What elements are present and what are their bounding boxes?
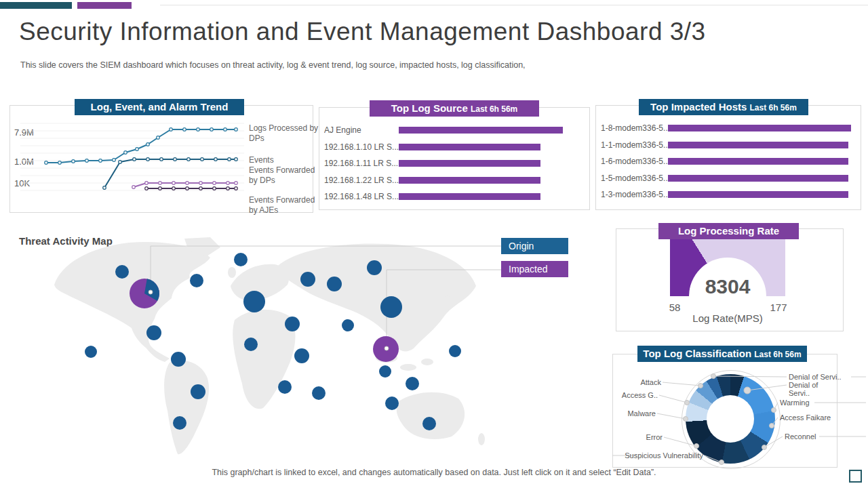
- impacted-label: Impacted: [509, 264, 548, 274]
- donut-slice-label: Attack: [526, 378, 661, 386]
- log-source-header: Top Log Source Last 6h 56m: [370, 100, 539, 117]
- classification-header: Top Log Classification Last 6h 56m: [637, 346, 807, 362]
- bar-label: 1-6-modem336-5...: [601, 157, 668, 166]
- accent-bar-purple: [77, 2, 132, 9]
- bar-fill: [668, 191, 848, 198]
- trend-line-chart[interactable]: [20, 120, 244, 198]
- bar-label: 1-8-modem336-5...: [601, 123, 668, 133]
- donut-slice-label: Reconnel: [785, 432, 866, 441]
- log-source-bars[interactable]: AJ Engine192.168.1.10 LR S...192.168.1.1…: [324, 122, 563, 205]
- donut-slice-label: Suspicious Vulnerability: [568, 451, 703, 460]
- donut-slice-label: Denial of Servi..: [789, 381, 868, 397]
- corner-placeholder-square: [849, 470, 862, 483]
- bar-track: [668, 125, 851, 131]
- map-legend-origin: Origin: [501, 238, 568, 254]
- threat-activity-map[interactable]: [7, 237, 522, 481]
- bar-track: [668, 191, 851, 198]
- bar-row: 192.168.1.10 LR S...: [324, 139, 563, 156]
- gauge-title: Log Processing Rate: [678, 225, 779, 237]
- bar-row: 1-6-modem336-5...: [601, 153, 851, 170]
- trend-legend-item: Events Forwarded by DPs: [249, 165, 321, 186]
- map-legend-impacted: Impacted: [501, 261, 568, 277]
- donut-slice-label: Access Faikare: [780, 413, 861, 422]
- bar-track: [668, 175, 851, 182]
- siem-dashboard-slide: Security Information and Event Managemen…: [0, 0, 868, 488]
- impacted-hosts-title: Top Impacted Hosts: [650, 101, 747, 113]
- donut-slice-label: Access G..: [522, 391, 658, 399]
- bar-label: 192.168.1.22 LR S...: [324, 176, 399, 185]
- gauge-max-label: 177: [765, 302, 792, 313]
- bar-row: AJ Engine: [324, 122, 563, 139]
- bar-label: AJ Engine: [324, 125, 399, 135]
- donut-slice-label: Error: [527, 433, 663, 441]
- bar-label: 192.168.1.10 LR S...: [324, 142, 399, 152]
- trend-legend-item: Events Forwarded by AJEs: [249, 195, 321, 216]
- bar-track: [668, 158, 851, 165]
- accent-bar-teal: [0, 2, 72, 9]
- impacted-hosts-bars[interactable]: 1-8-modem336-5...1-1-modem336-5...1-6-mo…: [601, 120, 851, 203]
- classification-period: Last 6h 56m: [754, 350, 801, 359]
- bar-label: 192.168.1.11 LR S...: [324, 159, 399, 168]
- trend-panel-header: Log, Event, and Alarm Trend: [75, 99, 244, 115]
- top-rule: [160, 5, 868, 5]
- bar-row: 192.168.1.11 LR S...: [324, 155, 563, 172]
- gauge-unit-label: Log Rate(MPS): [670, 312, 785, 324]
- gauge-value: 8304: [670, 275, 785, 298]
- bar-label: 1-1-modem336-5...: [601, 140, 668, 150]
- bar-fill: [399, 160, 540, 167]
- footer-note: This graph/chart is linked to excel, and…: [0, 468, 868, 477]
- donut-slice-label: Denial of Servi..: [789, 373, 868, 381]
- donut-slice-label: Warming: [780, 399, 861, 407]
- bar-fill: [668, 142, 848, 148]
- bar-fill: [399, 193, 540, 200]
- bar-track: [668, 142, 851, 148]
- origin-label: Origin: [509, 241, 534, 251]
- slide-subtitle: This slide covers the SIEM dashboard whi…: [20, 60, 766, 70]
- bar-fill: [668, 125, 851, 131]
- bar-row: 1-5-modem336-5...: [601, 170, 851, 187]
- bar-row: 192.168.1.48 LR S...: [324, 188, 563, 205]
- bar-fill: [399, 177, 540, 184]
- classification-title: Top Log Classification: [643, 348, 751, 359]
- impacted-hosts-period: Last 6h 56m: [750, 103, 797, 113]
- gauge-min-label: 58: [661, 302, 688, 313]
- bar-fill: [399, 127, 563, 134]
- bar-track: [399, 160, 563, 167]
- bar-label: 1-5-modem336-5...: [601, 174, 668, 183]
- bar-track: [399, 193, 563, 200]
- trend-legend-item: Logs Processed by DPs: [249, 123, 321, 144]
- log-source-period: Last 6h 56m: [471, 104, 517, 114]
- trend-title: Log, Event, and Alarm Trend: [91, 101, 229, 113]
- bar-track: [399, 177, 563, 184]
- gauge-header: Log Processing Rate: [658, 223, 799, 239]
- donut-slice-label: Malware: [520, 409, 656, 418]
- bar-track: [399, 144, 563, 150]
- bar-fill: [668, 175, 848, 182]
- bar-row: 1-1-modem336-5...: [601, 137, 851, 154]
- impacted-hosts-header: Top Impacted Hosts Last 6h 56m: [639, 99, 808, 115]
- bar-row: 1-3-modem336-5...: [601, 186, 851, 203]
- log-source-title: Top Log Source: [391, 102, 468, 114]
- page-title: Security Information and Event Managemen…: [19, 18, 819, 46]
- bar-track: [399, 127, 563, 134]
- bar-label: 192.168.1.48 LR S...: [324, 192, 399, 201]
- trend-legend-item: Events: [249, 155, 321, 165]
- bar-row: 192.168.1.22 LR S...: [324, 172, 563, 189]
- bar-row: 1-8-modem336-5...: [601, 120, 851, 137]
- bar-fill: [399, 144, 540, 150]
- bar-label: 1-3-modem336-5...: [601, 190, 668, 199]
- bar-fill: [668, 158, 848, 165]
